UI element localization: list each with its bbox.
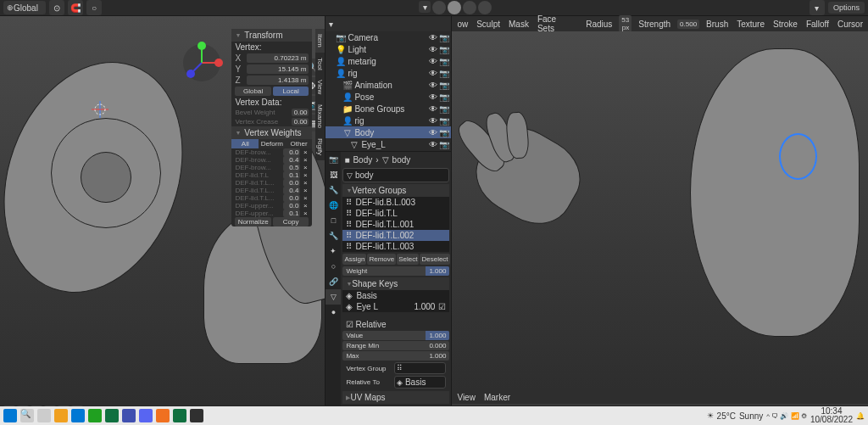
copy-button[interactable]: Copy — [273, 217, 309, 226]
vw-tab-deform[interactable]: Deform — [259, 139, 286, 148]
vw-row[interactable]: DEF-lid.T.L...0.0× — [231, 179, 312, 187]
shading-2[interactable] — [448, 1, 461, 14]
brush-popover[interactable]: Brush — [704, 20, 730, 29]
pivot-dropdown[interactable]: ⊙ — [49, 0, 64, 15]
outliner-item[interactable]: ▽Body👁 📷 — [326, 126, 451, 138]
vw-row[interactable]: DEF-upper...0.0× — [231, 202, 312, 210]
selectability-icon[interactable]: ▾ — [419, 1, 431, 13]
proportional-toggle[interactable]: ○ — [86, 0, 102, 15]
vw-tab-other[interactable]: Other — [286, 139, 313, 148]
relative-checkbox[interactable]: Relative — [355, 320, 386, 329]
vw-row[interactable]: DEF-lid.T.L...0.0× — [231, 194, 312, 202]
outliner-item[interactable]: 👤rig👁 📷 — [326, 115, 451, 126]
texture-popover[interactable]: Texture — [735, 20, 766, 29]
props-tab-world[interactable]: 🌐 — [326, 198, 341, 213]
app-icon[interactable] — [105, 409, 119, 422]
vertex-crease-field[interactable]: 0.00 — [292, 118, 309, 126]
shading-1[interactable] — [432, 1, 446, 14]
props-tab-physics[interactable]: ○ — [326, 259, 341, 274]
n-tab-item[interactable]: Item — [315, 29, 325, 53]
stroke-popover[interactable]: Stroke — [771, 20, 799, 29]
radius-field[interactable]: 53 px — [619, 15, 632, 32]
vw-tab-all[interactable]: All — [231, 139, 259, 148]
normalize-button[interactable]: Normalize — [235, 217, 271, 226]
cursor-popover[interactable]: Cursor — [836, 20, 865, 29]
vertex-group-item[interactable]: ⠿DEF-lid.T.L — [342, 208, 449, 219]
shape-key-item[interactable]: ◈Basis — [342, 290, 449, 301]
app-icon[interactable] — [71, 409, 85, 422]
snap-toggle[interactable]: 🧲 — [68, 0, 83, 15]
outliner-item[interactable]: 🎬Animation👁 📷 — [326, 79, 451, 91]
face-sets-menu[interactable]: Face Sets — [536, 14, 574, 33]
app-icon[interactable] — [190, 409, 203, 422]
outliner-item[interactable]: 👤Pose👁 📷 — [326, 91, 451, 103]
props-tab-modifier[interactable]: 🔧 — [326, 228, 341, 243]
app-icon[interactable] — [88, 409, 102, 422]
search-icon[interactable]: 🔍 — [20, 409, 34, 422]
vw-row[interactable]: DEF-lid.T.L0.1× — [231, 171, 312, 179]
clock[interactable]: 10:3410/08/2022 — [810, 407, 853, 424]
sk-vertex-group-field[interactable]: ⠿ — [394, 362, 446, 374]
system-tray[interactable]: ^ 🗨 🔊 📶 ⚙ — [766, 412, 807, 420]
vw-row[interactable]: DEF-brow...0.5× — [231, 164, 312, 171]
n-tab-mixamo[interactable]: Mixamo — [315, 99, 325, 133]
mask-menu[interactable]: Mask — [507, 20, 531, 29]
outliner-item[interactable]: 👤rig👁 📷 — [326, 67, 451, 79]
vw-row[interactable]: DEF-brow...0.4× — [231, 156, 312, 164]
nav-gizmo[interactable] — [181, 42, 223, 84]
remove-button[interactable]: Remove — [367, 254, 396, 265]
mesh-name-field[interactable]: ▽ body — [342, 168, 449, 182]
vertex-group-item[interactable]: ⠿DEF-lid.T.L.002 — [342, 230, 449, 241]
shape-key-item[interactable]: ◈Eye L1.000☑ — [342, 301, 449, 312]
global-button[interactable]: Global — [235, 87, 271, 96]
vertex-groups-header[interactable]: ▼ Vertex Groups — [342, 184, 449, 197]
props-tab-object[interactable]: □ — [326, 213, 341, 228]
vertex-group-item[interactable]: ⠿DEF-lid.B.L.003 — [342, 197, 449, 208]
vertex-weights-header[interactable]: ▼Vertex Weights — [231, 126, 312, 139]
shading-3[interactable] — [463, 1, 476, 14]
n-tab-view[interactable]: View — [315, 75, 325, 99]
weather-widget[interactable]: ☀ 25°C Sunny — [707, 411, 764, 421]
falloff-popover[interactable]: Falloff — [804, 20, 831, 29]
props-tab-scene[interactable]: 🔧 — [326, 182, 341, 198]
filter-icon[interactable]: ▾ — [810, 0, 825, 15]
vertex-group-item[interactable]: ⠿DEF-lid.T.L.001 — [342, 219, 449, 230]
bevel-weight-field[interactable]: 0.00 — [292, 109, 309, 116]
range-max-field[interactable]: Max1.000 — [342, 351, 449, 361]
weight-slider[interactable]: Weight1.000 — [342, 266, 449, 276]
blender-icon[interactable] — [156, 409, 170, 422]
vertex-x-field[interactable]: 0.70223 m — [247, 53, 309, 63]
breadcrumb-object[interactable]: Body — [353, 155, 372, 165]
select-button[interactable]: Select — [397, 254, 419, 265]
vertex-group-item[interactable]: ⠿DEF-lid.T.L.003 — [342, 241, 449, 252]
app-icon[interactable] — [122, 409, 136, 422]
orientation-dropdown[interactable]: ⊕ Global — [3, 1, 46, 14]
marker-menu[interactable]: Marker — [482, 393, 512, 402]
range-min-field[interactable]: Range Min0.000 — [342, 341, 449, 350]
viewport-right[interactable]: ow Sculpt Mask Face Sets Radius 53 px St… — [452, 16, 868, 405]
value-slider[interactable]: Value1.000 — [342, 331, 449, 340]
uv-maps-header[interactable]: ▶ UV Maps — [342, 391, 449, 404]
props-tab-particle[interactable]: ✦ — [326, 243, 341, 259]
outliner-item[interactable]: 💡Light👁 📷 — [326, 43, 451, 55]
outliner-item[interactable]: ▽Eye_L👁 📷 — [326, 138, 451, 150]
vw-row[interactable]: DEF-brow...0.0× — [231, 148, 312, 156]
mode-dropdown[interactable]: ow — [455, 20, 470, 29]
shading-4[interactable] — [478, 1, 492, 14]
app-icon[interactable] — [139, 409, 153, 422]
outliner-item[interactable]: 📷Camera👁 📷 — [326, 31, 451, 43]
props-tab-output[interactable]: 🖼 — [326, 167, 341, 182]
props-tab-material[interactable]: ● — [326, 305, 341, 320]
sculpt-menu[interactable]: Sculpt — [475, 20, 502, 29]
app-icon[interactable] — [54, 409, 68, 422]
props-tab-render[interactable]: 📷 — [326, 152, 341, 167]
vertex-y-field[interactable]: 15.145 m — [247, 64, 309, 74]
view-menu[interactable]: View — [455, 393, 477, 402]
options-dropdown[interactable]: Options — [828, 2, 865, 14]
local-button[interactable]: Local — [273, 87, 309, 96]
vertex-z-field[interactable]: 1.4138 m — [247, 75, 309, 85]
relative-to-field[interactable]: ◈ Basis — [394, 376, 446, 389]
start-button[interactable] — [3, 409, 17, 422]
taskview-icon[interactable] — [37, 409, 51, 422]
viewport-left[interactable]: 🔍 ✥ 📷 ▦ ▼Transform Vertex: X0.70223 m Y1… — [0, 16, 325, 405]
